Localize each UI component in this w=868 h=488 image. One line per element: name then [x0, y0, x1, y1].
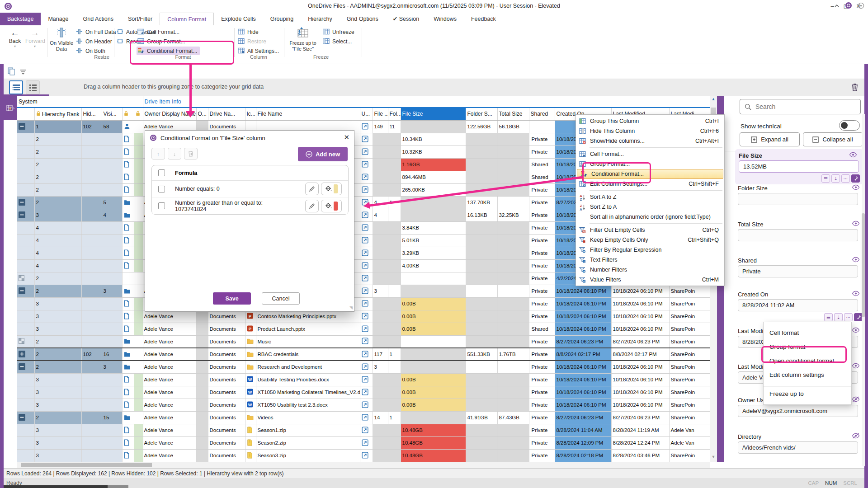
open-link-icon[interactable] — [360, 411, 373, 424]
hierarchy-view-toggle[interactable] — [9, 80, 23, 94]
open-link-icon[interactable] — [360, 234, 373, 247]
column-header-Hierarchy Rank[interactable]: Hierarchy Rank — [34, 108, 81, 120]
scroll-down-icon[interactable]: ▼ — [710, 455, 717, 461]
expand-cell[interactable] — [17, 158, 34, 171]
select--button[interactable]: Select... — [322, 37, 357, 46]
collapse-ribbon-icon[interactable] — [834, 2, 840, 10]
expand-cell[interactable] — [17, 183, 34, 196]
hidebutton[interactable]: Hide — [237, 28, 282, 36]
open-link-icon[interactable] — [360, 436, 373, 449]
eye-icon[interactable] — [849, 152, 857, 159]
grid-row[interactable]: 3Adele VanceDocumentsWXT1050 Marketing C… — [17, 386, 710, 399]
edit-rule-icon[interactable] — [305, 200, 319, 212]
grid-row[interactable]: 3Adele VanceDocumentsPContoso Marketing … — [17, 310, 710, 323]
field-menu-edit-column-settings[interactable]: Edit column settings — [764, 368, 851, 382]
expand-cell[interactable] — [17, 424, 34, 436]
menu-item-number-filters[interactable]: #Number Filters — [576, 265, 724, 275]
menu-item-hide-this-column[interactable]: Hide This ColumnCtrl+F6 — [576, 126, 724, 136]
dialog-resize-grip[interactable]: ◥ — [349, 305, 353, 310]
open-link-icon[interactable] — [360, 335, 373, 348]
tab-sort-filter[interactable]: Sort/Filter — [121, 13, 160, 25]
expand-cell[interactable] — [17, 386, 34, 399]
tab-grouping[interactable]: Grouping — [263, 13, 301, 25]
column-header-File Name[interactable]: File Name — [256, 108, 360, 120]
help-icon[interactable] — [858, 2, 864, 11]
expand-cell[interactable] — [17, 348, 34, 361]
account-icon[interactable] — [845, 2, 852, 11]
grid-row[interactable]: 3Adele VanceDocumentsWXT1050 Usability t… — [17, 399, 710, 411]
rule-row[interactable]: Number equals: 0 — [152, 181, 348, 197]
pin-icon[interactable] — [851, 174, 860, 183]
sort-icon[interactable]: ⇣ — [834, 313, 843, 321]
select-all-checkbox[interactable] — [158, 169, 165, 176]
grid-row[interactable]: 23Adele VanceDocumentsResearch and Devel… — [17, 361, 710, 373]
eye-icon[interactable] — [852, 327, 860, 334]
menu-item-filter-by-regular-expression[interactable]: Filter By Regular Expression — [576, 245, 724, 255]
on-header-button[interactable]: On Header — [75, 37, 118, 46]
add-new-rule-button[interactable]: Add new — [298, 147, 348, 161]
menu-item-keep-empty-cells-only[interactable]: Keep Empty Cells OnlyCtrl+Shift+Q — [576, 235, 724, 245]
menu-item-group-this-column[interactable]: Group This ColumnCtrl+I — [576, 116, 724, 126]
open-link-icon[interactable] — [360, 386, 373, 399]
rule-checkbox[interactable] — [158, 186, 165, 192]
expand-all-button[interactable]: Expand all — [740, 132, 800, 146]
grid-row[interactable]: 215Adele VanceDocumentsVideos14141.91GB8… — [17, 411, 710, 424]
expand-cell[interactable] — [17, 399, 34, 411]
open-link-icon[interactable] — [360, 424, 373, 436]
expand-cell[interactable] — [17, 373, 34, 386]
grid-row[interactable]: 30.00BPrivate10/18/2024 06:10 PM10/18/20… — [17, 297, 710, 310]
column-header-lock[interactable] — [17, 108, 34, 120]
unfreeze-button[interactable]: Unfreeze — [322, 28, 357, 36]
eye-icon[interactable] — [852, 184, 860, 192]
scroll-up-icon[interactable]: ▲ — [710, 97, 717, 103]
open-link-icon[interactable] — [360, 348, 373, 361]
column-header-Drive Na...[interactable]: Drive Na... — [208, 108, 245, 120]
open-link-icon[interactable] — [360, 285, 373, 297]
open-link-icon[interactable] — [360, 373, 373, 386]
open-link-icon[interactable] — [360, 310, 373, 323]
column-header-Ic...[interactable]: Ic... — [245, 108, 256, 120]
restorebutton[interactable]: Restore — [237, 37, 282, 46]
eye-icon[interactable] — [852, 363, 860, 370]
grid-row[interactable]: 23Adele VanceDocuments3Private10/18/2024… — [17, 285, 710, 297]
shared-input[interactable]: Private — [738, 265, 858, 277]
search-input[interactable] — [755, 103, 846, 110]
tab-hierarchy[interactable]: Hierarchy — [301, 13, 340, 25]
grid-row[interactable]: 3Adele VanceDocumentsSeason3.zip10.48GBP… — [17, 449, 710, 462]
open-link-icon[interactable] — [360, 133, 373, 145]
show-technical-toggle[interactable] — [839, 120, 860, 131]
open-link-icon[interactable] — [360, 323, 373, 335]
horizontal-scroll-thumb[interactable] — [21, 463, 152, 467]
open-link-icon[interactable] — [360, 399, 373, 411]
expand-cell[interactable] — [17, 335, 34, 348]
more-icon[interactable]: ⋯ — [844, 313, 853, 321]
open-link-icon[interactable] — [360, 158, 373, 171]
column-header-Total Size[interactable]: Total Size — [497, 108, 529, 120]
move-rule-up-button[interactable]: ↑ — [151, 148, 165, 160]
created-on-input[interactable]: 8/28/2024 11:02 AM — [738, 299, 858, 311]
expand-cell[interactable] — [17, 297, 34, 310]
column-header-Visi...[interactable]: Visi... — [102, 108, 122, 120]
open-link-icon[interactable] — [360, 259, 373, 272]
expand-cell[interactable] — [17, 221, 34, 234]
menu-item-cell-format[interactable]: Cell Format... — [576, 149, 724, 159]
tab-manage[interactable]: Manage — [41, 13, 75, 25]
align-icon[interactable]: ☰ — [824, 313, 833, 321]
column-header-File Size[interactable]: File Size — [401, 108, 466, 120]
column-header-Folder S...[interactable]: Folder S... — [466, 108, 497, 120]
expand-cell[interactable] — [17, 436, 34, 449]
column-header-File ...[interactable]: File ... — [373, 108, 388, 120]
back-button[interactable]: ←Back▾ — [5, 27, 24, 48]
expand-cell[interactable] — [17, 145, 34, 158]
menu-item-sort-z-to-a[interactable]: ZASort Z to A — [576, 202, 724, 212]
expand-cell[interactable] — [17, 120, 34, 133]
expand-cell[interactable] — [17, 234, 34, 247]
tab-session[interactable]: ✔ Session — [386, 13, 426, 25]
expand-cell[interactable] — [17, 449, 34, 462]
sort-icon[interactable]: ⇣ — [831, 174, 840, 183]
expand-cell[interactable] — [17, 361, 34, 373]
search-box[interactable] — [740, 99, 861, 114]
column-header-lock[interactable] — [134, 108, 143, 120]
expand-cell[interactable] — [17, 247, 34, 259]
expand-cell[interactable] — [17, 171, 34, 183]
